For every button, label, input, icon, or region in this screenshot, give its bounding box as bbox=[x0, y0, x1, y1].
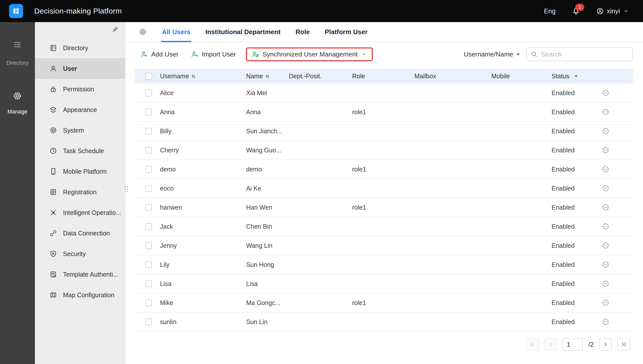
column-header-dept: Dept.-Posit. bbox=[289, 73, 322, 80]
sort-name-icon[interactable] bbox=[265, 74, 270, 79]
username-cell: Mike bbox=[160, 299, 178, 307]
disable-user-icon[interactable] bbox=[602, 299, 609, 307]
sidebar-item[interactable]: Mobile Platform bbox=[35, 161, 125, 182]
disable-user-icon[interactable] bbox=[602, 318, 609, 326]
disable-user-icon[interactable] bbox=[602, 89, 609, 97]
table-header-row: Username Name Dept.-Posit. Role Mailbox … bbox=[135, 69, 633, 84]
name-cell: Ma Gongc... bbox=[246, 299, 285, 307]
template-icon bbox=[49, 271, 57, 278]
sidebar-item[interactable]: System bbox=[35, 120, 125, 141]
last-page-button[interactable] bbox=[617, 338, 630, 351]
disable-user-icon[interactable] bbox=[602, 204, 609, 211]
disable-user-icon[interactable] bbox=[602, 185, 609, 192]
disable-user-icon[interactable] bbox=[602, 165, 609, 173]
sidebar-item[interactable]: Task Schedule bbox=[35, 141, 125, 161]
sync-user-management-button[interactable]: Synchronized User Management bbox=[251, 50, 367, 58]
status-cell: Enabled bbox=[552, 108, 579, 116]
disable-user-icon[interactable] bbox=[602, 242, 609, 249]
lock-icon bbox=[49, 85, 57, 93]
name-cell: Sun Lin bbox=[246, 318, 272, 326]
tab[interactable]: Platform User bbox=[325, 22, 368, 42]
tab[interactable]: Role bbox=[296, 22, 310, 42]
notifications-button[interactable]: 1 bbox=[572, 7, 580, 15]
prev-page-button[interactable] bbox=[545, 338, 557, 351]
row-checkbox[interactable] bbox=[145, 319, 152, 325]
username-cell: hanwen bbox=[160, 204, 187, 211]
column-header-status: Status bbox=[552, 73, 579, 80]
name-cell: Wang Lin bbox=[246, 242, 277, 249]
table-row: Lily Sun Hong Enabled bbox=[135, 255, 633, 274]
username-cell: sunlin bbox=[160, 318, 181, 326]
row-checkbox[interactable] bbox=[145, 242, 152, 249]
role-cell: role1 bbox=[352, 204, 371, 211]
tab[interactable]: Institutional Department bbox=[205, 22, 281, 42]
gear-icon bbox=[13, 91, 22, 100]
sidebar-item[interactable]: Permission bbox=[35, 79, 125, 99]
select-all-checkbox[interactable] bbox=[145, 73, 152, 80]
row-checkbox[interactable] bbox=[145, 128, 152, 135]
sidebar-item[interactable]: Security bbox=[35, 244, 125, 264]
row-checkbox[interactable] bbox=[145, 280, 152, 287]
row-checkbox[interactable] bbox=[145, 166, 152, 173]
tab[interactable]: All Users bbox=[162, 22, 190, 42]
disable-user-icon[interactable] bbox=[602, 280, 609, 287]
rail-item[interactable]: Directory bbox=[6, 40, 28, 66]
sidebar-item[interactable]: Map Configuration bbox=[35, 285, 125, 305]
username-cell: Cherry bbox=[160, 147, 183, 154]
table-row: sunlin Sun Lin Enabled bbox=[135, 313, 633, 332]
next-page-icon bbox=[602, 341, 609, 348]
row-checkbox[interactable] bbox=[145, 204, 152, 211]
status-filter-icon[interactable] bbox=[573, 74, 579, 79]
column-header-role: Role bbox=[352, 73, 365, 80]
sidebar-item[interactable]: Template Authenti... bbox=[35, 264, 125, 285]
search-field-select[interactable]: Username/Name bbox=[464, 50, 521, 58]
sidebar-item[interactable]: Registration bbox=[35, 182, 125, 202]
disable-user-icon[interactable] bbox=[602, 127, 609, 135]
name-cell: Sun Hong bbox=[246, 261, 279, 268]
sidebar-item[interactable]: User bbox=[35, 58, 125, 79]
username-cell: Jack bbox=[160, 223, 177, 230]
name-cell: Ai Ke bbox=[246, 185, 266, 192]
column-header-mailbox: Mailbox bbox=[414, 73, 436, 80]
disable-user-icon[interactable] bbox=[602, 146, 609, 154]
sidebar-item[interactable]: Appearance bbox=[35, 99, 125, 120]
sidebar-item[interactable]: Directory bbox=[35, 38, 125, 58]
sidebar-item[interactable]: Intelligent Operatio... bbox=[35, 202, 125, 223]
table-row: Anna Anna role1 Enabled bbox=[135, 103, 633, 122]
status-cell: Enabled bbox=[552, 261, 579, 268]
row-checkbox[interactable] bbox=[145, 90, 152, 96]
disable-user-icon[interactable] bbox=[602, 108, 609, 116]
add-user-button[interactable]: Add User bbox=[140, 50, 178, 58]
page-input[interactable] bbox=[563, 338, 583, 351]
notification-badge: 1 bbox=[575, 4, 584, 11]
map-icon bbox=[49, 291, 57, 299]
sidebar-item[interactable]: Data Connection bbox=[35, 223, 125, 244]
app-window: Decision-making Platform Eng 1 xinyi Dir… bbox=[0, 0, 643, 364]
search-input[interactable] bbox=[541, 50, 629, 58]
username-cell: Billy bbox=[160, 128, 176, 135]
row-checkbox[interactable] bbox=[145, 299, 152, 306]
first-page-button[interactable] bbox=[526, 338, 539, 351]
row-checkbox[interactable] bbox=[145, 261, 152, 268]
search-box bbox=[526, 47, 633, 61]
user-menu[interactable]: xinyi bbox=[596, 7, 629, 15]
row-checkbox[interactable] bbox=[145, 147, 152, 154]
unpin-icon[interactable] bbox=[112, 26, 119, 33]
rail-item[interactable]: Manage bbox=[8, 91, 28, 115]
sidebar-resize-handle[interactable] bbox=[125, 186, 129, 192]
disable-user-icon[interactable] bbox=[602, 261, 609, 268]
row-checkbox[interactable] bbox=[145, 223, 152, 230]
import-user-button[interactable]: Import User bbox=[191, 50, 236, 58]
language-switcher[interactable]: Eng bbox=[544, 7, 556, 15]
chevron-down-icon bbox=[361, 51, 367, 57]
status-cell: Enabled bbox=[552, 185, 579, 192]
status-cell: Enabled bbox=[552, 166, 579, 173]
tab-settings-gear-icon[interactable] bbox=[139, 28, 146, 36]
username-cell: Lily bbox=[160, 261, 174, 268]
search-field-label: Username/Name bbox=[464, 50, 513, 58]
sort-username-icon[interactable] bbox=[191, 74, 196, 79]
next-page-button[interactable] bbox=[599, 338, 612, 351]
row-checkbox[interactable] bbox=[145, 185, 152, 192]
disable-user-icon[interactable] bbox=[602, 223, 609, 230]
row-checkbox[interactable] bbox=[145, 109, 152, 115]
